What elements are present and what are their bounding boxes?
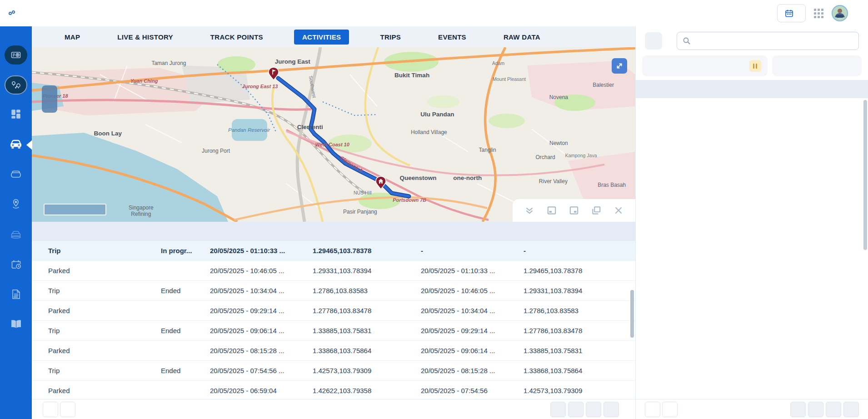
sidebar-item-fleet[interactable] xyxy=(0,220,32,250)
vehicles-scrollbar[interactable] xyxy=(863,100,867,250)
pause-refresh-button[interactable] xyxy=(749,60,761,72)
tab-item[interactable]: ACTIVITIES xyxy=(294,30,349,45)
activity-end-location: 1.42573,103.79309 xyxy=(524,387,635,394)
duplicate-panel-icon[interactable] xyxy=(591,205,602,216)
dashboard-icon xyxy=(10,108,22,122)
last-page-button[interactable] xyxy=(843,402,859,417)
active-item-pointer xyxy=(26,140,32,150)
activity-start-time: 20/05/2025 - 10:46:05 ... xyxy=(210,267,313,274)
activity-mode: Trip xyxy=(48,327,161,334)
page-size-chevron-icon[interactable] xyxy=(60,402,75,417)
app-header xyxy=(0,0,868,26)
zoom-in-button[interactable] xyxy=(43,86,56,99)
tab-item[interactable]: EVENTS xyxy=(432,30,473,45)
tab-item[interactable]: RAW DATA xyxy=(497,30,547,45)
sidebar-item-schedule[interactable] xyxy=(0,250,32,280)
total-vehicles-chip xyxy=(772,55,862,76)
last-page-button[interactable] xyxy=(604,402,619,417)
activity-row[interactable]: Parked 20/05/2025 - 06:59:04 1.42622,103… xyxy=(32,381,635,399)
sidebar-item-reports[interactable] xyxy=(0,280,32,310)
activities-scrollbar[interactable] xyxy=(630,290,634,338)
activity-start-time: 20/05/2025 - 07:54:56 ... xyxy=(210,367,313,374)
activity-start-location: 1.42622,103.79358 xyxy=(313,387,421,394)
time-range-button[interactable] xyxy=(777,4,806,22)
activity-end-time: 20/05/2025 - 01:10:33 ... xyxy=(421,267,524,274)
activity-end-time: 20/05/2025 - 09:06:14 ... xyxy=(421,347,524,354)
activity-status: Ended xyxy=(161,367,210,374)
map-canvas[interactable]: Taman JurongJurong EastBukit TimahAdamMo… xyxy=(32,47,635,222)
next-page-button[interactable] xyxy=(586,402,601,417)
activity-start-time: 20/05/2025 - 08:15:28 ... xyxy=(210,347,313,354)
activity-start-location: 1.29331,103.78394 xyxy=(313,267,421,274)
first-page-button[interactable] xyxy=(550,402,566,417)
schedule-calendar-icon xyxy=(10,259,22,272)
sidebar-item-dashcam[interactable] xyxy=(0,40,32,70)
activities-footer xyxy=(32,399,635,419)
tab-item[interactable]: MAP xyxy=(58,30,86,45)
activity-row[interactable]: Parked 20/05/2025 - 09:29:14 ... 1.27786… xyxy=(32,301,635,321)
map-basemap xyxy=(32,47,635,222)
main-pane: MAPLIVE & HISTORYTRACK POINTSACTIVITIEST… xyxy=(32,26,635,419)
device-card-icon xyxy=(10,169,22,181)
collapse-panel-icon[interactable] xyxy=(524,205,535,216)
activity-row[interactable]: Parked 20/05/2025 - 08:15:28 ... 1.33868… xyxy=(32,341,635,361)
map-zoom-control xyxy=(42,85,57,113)
sidebar-item-dashboard[interactable] xyxy=(0,100,32,130)
panel-collapse-button[interactable] xyxy=(645,32,662,50)
dock-right-icon[interactable] xyxy=(569,205,579,216)
activities-table-header xyxy=(32,222,635,241)
activity-row[interactable]: Trip Ended 20/05/2025 - 07:54:56 ... 1.4… xyxy=(32,361,635,381)
activity-mode: Parked xyxy=(48,347,161,354)
tab-item[interactable]: TRIPS xyxy=(374,30,407,45)
vehicle-search[interactable] xyxy=(677,32,859,50)
activity-mode: Trip xyxy=(48,287,161,294)
apps-grid-icon[interactable] xyxy=(814,9,823,18)
open-book-icon xyxy=(10,319,22,331)
vehicle-page-size-chevron-icon[interactable] xyxy=(662,402,678,417)
prev-page-button[interactable] xyxy=(568,402,584,417)
user-avatar[interactable] xyxy=(832,5,848,21)
activity-start-location: 1.29465,103.78378 xyxy=(313,247,421,254)
sidebar-item-docs[interactable] xyxy=(0,310,32,340)
activity-mode: Parked xyxy=(48,267,161,274)
search-icon xyxy=(683,37,691,45)
activity-row[interactable]: Trip In progr... 20/05/2025 - 01:10:33 .… xyxy=(32,241,635,261)
activity-start-location: 1.27786,103.83478 xyxy=(313,307,421,314)
tab-item[interactable]: LIVE & HISTORY xyxy=(111,30,180,45)
activity-status: In progr... xyxy=(161,247,210,254)
prev-page-button[interactable] xyxy=(808,402,823,417)
activity-end-location: 1.33885,103.75831 xyxy=(524,347,635,354)
page-size-select[interactable] xyxy=(43,402,58,417)
activities-pagination xyxy=(550,402,619,417)
activity-row[interactable]: Trip Ended 20/05/2025 - 10:34:04 ... 1.2… xyxy=(32,281,635,301)
activity-start-location: 1.42573,103.79309 xyxy=(313,367,421,374)
close-panel-icon[interactable] xyxy=(613,205,624,216)
vehicles-footer xyxy=(636,399,868,419)
next-page-button[interactable] xyxy=(826,402,841,417)
map-expand-button[interactable] xyxy=(612,58,627,74)
sidebar-item-devices[interactable] xyxy=(0,160,32,190)
activity-start-time: 20/05/2025 - 09:29:14 ... xyxy=(210,307,313,314)
activity-start-time: 20/05/2025 - 06:59:04 xyxy=(210,387,313,394)
vehicles-pagination xyxy=(790,402,859,417)
map-scale-bar xyxy=(44,204,106,215)
activity-end-location: 1.29465,103.78378 xyxy=(524,267,635,274)
first-page-button[interactable] xyxy=(790,402,806,417)
tab-item[interactable]: TRACK POINTS xyxy=(204,30,269,45)
activity-start-time: 20/05/2025 - 10:34:04 ... xyxy=(210,287,313,294)
activity-start-time: 20/05/2025 - 09:06:14 ... xyxy=(210,327,313,334)
vehicle-page-size-select[interactable] xyxy=(645,402,660,417)
activity-row[interactable]: Trip Ended 20/05/2025 - 09:06:14 ... 1.3… xyxy=(32,321,635,341)
activity-end-location: 1.2786,103.83583 xyxy=(524,307,635,314)
dock-left-icon[interactable] xyxy=(546,205,557,216)
activity-end-time: 20/05/2025 - 09:29:14 ... xyxy=(421,327,524,334)
activity-end-time: 20/05/2025 - 10:34:04 ... xyxy=(421,307,524,314)
sidebar-item-locations[interactable] xyxy=(0,190,32,220)
activity-start-location: 1.33868,103.75864 xyxy=(313,347,421,354)
activity-row[interactable]: Parked 20/05/2025 - 10:46:05 ... 1.29331… xyxy=(32,261,635,281)
search-input[interactable] xyxy=(695,36,853,45)
trip-pins-icon xyxy=(5,75,27,95)
activity-mode: Trip xyxy=(48,367,161,374)
sidebar-item-trips[interactable] xyxy=(0,70,32,100)
zoom-out-button[interactable] xyxy=(43,99,56,112)
